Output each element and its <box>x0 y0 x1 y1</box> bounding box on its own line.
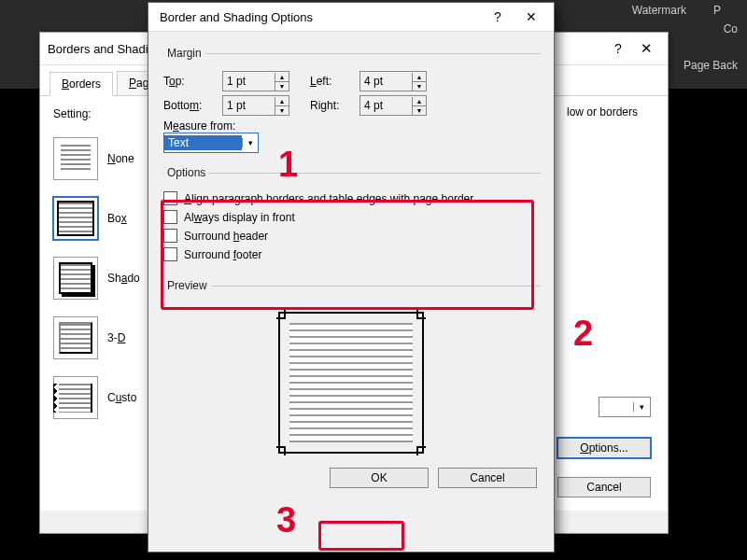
margin-bottom-label: Bottom: <box>163 99 215 112</box>
margin-group: Margin Top: 1 pt ▲▼ Left: 4 pt ▲▼ Bottom… <box>162 47 541 157</box>
ok-button[interactable]: OK <box>330 468 429 488</box>
margin-top-label: Top: <box>163 75 215 88</box>
setting-none-label: None <box>107 152 134 165</box>
options-group: Options Align paragraph borders and tabl… <box>162 166 541 270</box>
ribbon-trunc-p: P <box>713 4 721 17</box>
bg-cancel-button[interactable]: Cancel <box>557 477 651 497</box>
chevron-down-icon: ▾ <box>633 402 650 412</box>
margin-right-label: Right: <box>310 99 352 112</box>
margin-left-label: Left: <box>310 75 352 88</box>
margin-top-spinner[interactable]: 1 pt ▲▼ <box>222 71 289 91</box>
options-button[interactable]: Options... <box>557 438 651 458</box>
spinner-buttons-icon[interactable]: ▲▼ <box>412 97 426 115</box>
fg-body: Margin Top: 1 pt ▲▼ Left: 4 pt ▲▼ Bottom… <box>148 32 554 496</box>
option-header-label: Surround header <box>184 230 268 243</box>
setting-box-label: Box <box>107 212 127 225</box>
option-front-label: Always display in front <box>184 211 295 224</box>
spinner-buttons-icon[interactable]: ▲▼ <box>412 73 426 91</box>
setting-shadow-icon <box>53 257 98 300</box>
bg-help-button[interactable]: ? <box>604 41 632 56</box>
setting-3d-label: 3-D <box>107 331 125 344</box>
margin-legend: Margin <box>163 47 205 60</box>
apply-to-combo[interactable]: ▾ <box>599 397 651 417</box>
option-footer-label: Surround footer <box>184 248 261 261</box>
fg-titlebar: Border and Shading Options ? ✕ <box>148 3 554 32</box>
option-align-label: Align paragraph borders and table edges … <box>184 192 473 205</box>
setting-3d-icon <box>53 316 98 359</box>
fg-close-button[interactable]: ✕ <box>514 9 548 24</box>
ribbon-watermark-label: Watermark <box>632 4 686 17</box>
fg-cancel-button[interactable]: Cancel <box>438 468 537 488</box>
margin-top-value: 1 pt <box>223 75 275 88</box>
setting-shadow-label: Shado <box>107 272 140 285</box>
margin-right-spinner[interactable]: 4 pt ▲▼ <box>359 95 427 116</box>
option-header-checkbox[interactable]: Surround header <box>163 229 539 243</box>
preview-area <box>258 303 444 462</box>
margin-left-spinner[interactable]: 4 pt ▲▼ <box>359 71 427 91</box>
ribbon-trunc-co: Co <box>724 22 738 35</box>
measure-from-label: Measure from: <box>163 119 539 133</box>
preview-group: Preview <box>162 279 541 462</box>
chevron-down-icon: ▾ <box>242 138 258 147</box>
margin-bottom-value: 1 pt <box>223 99 275 112</box>
margin-right-value: 4 pt <box>360 99 412 112</box>
preview-hint-text: low or borders <box>567 105 655 119</box>
option-front-checkbox[interactable]: Always display in front <box>163 210 539 224</box>
preview-legend: Preview <box>163 279 211 292</box>
option-align-checkbox[interactable]: Align paragraph borders and table edges … <box>163 191 539 205</box>
setting-box-icon <box>53 197 98 240</box>
measure-from-combo[interactable]: Text ▾ <box>163 133 259 153</box>
checkbox-icon <box>163 191 177 205</box>
checkbox-icon <box>163 247 177 261</box>
tab-borders[interactable]: Borders <box>49 72 113 96</box>
fg-help-button[interactable]: ? <box>481 9 514 24</box>
margin-bottom-spinner[interactable]: 1 pt ▲▼ <box>222 95 289 116</box>
measure-from-value: Text <box>164 135 242 150</box>
fg-title: Border and Shading Options <box>154 10 481 24</box>
options-legend: Options <box>163 166 209 179</box>
spinner-buttons-icon[interactable]: ▲▼ <box>275 97 289 115</box>
fg-button-row: OK Cancel <box>162 468 537 488</box>
checkbox-icon <box>163 229 177 243</box>
border-shading-options-dialog: Border and Shading Options ? ✕ Margin To… <box>148 2 555 553</box>
preview-page-icon <box>278 312 424 454</box>
setting-custom-label: Custo <box>107 391 136 404</box>
ribbon-pageback-label: Page Back <box>684 59 738 72</box>
bg-close-button[interactable]: ✕ <box>632 40 660 57</box>
setting-custom-icon <box>53 376 98 419</box>
apply-to-value <box>599 400 633 413</box>
margin-left-value: 4 pt <box>360 75 412 88</box>
checkbox-icon <box>163 210 177 224</box>
option-footer-checkbox[interactable]: Surround footer <box>163 247 539 261</box>
setting-none-icon <box>53 137 98 180</box>
spinner-buttons-icon[interactable]: ▲▼ <box>275 73 289 91</box>
